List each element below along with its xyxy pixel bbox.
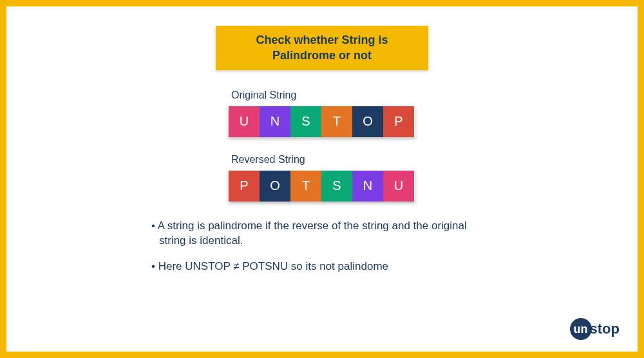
- original-cell-5: P: [383, 106, 414, 137]
- unstop-logo: un stop: [570, 318, 620, 340]
- diagram-frame: Check whether String is Palindrome or no…: [0, 0, 644, 358]
- logo-prefix: un: [570, 318, 592, 340]
- original-string-section: Original String UNSTOP: [229, 90, 415, 137]
- reversed-cell-4: N: [352, 171, 383, 202]
- bullet-1: • A string is palindrome if the reverse …: [151, 218, 493, 249]
- original-cell-4: O: [352, 106, 383, 137]
- reversed-cell-3: S: [321, 171, 352, 202]
- bullet-2: • Here UNSTOP ≠ POTSNU so its not palind…: [151, 259, 493, 274]
- explanation-bullets: • A string is palindrome if the reverse …: [151, 218, 493, 274]
- logo-suffix: stop: [590, 321, 620, 337]
- reversed-cells: POTSNU: [229, 171, 415, 202]
- reversed-string-label: Reversed String: [231, 154, 415, 165]
- original-cell-2: S: [290, 106, 321, 137]
- reversed-string-section: Reversed String POTSNU: [229, 154, 415, 202]
- original-cells: UNSTOP: [229, 106, 415, 137]
- reversed-cell-1: O: [260, 171, 290, 202]
- original-cell-3: T: [321, 106, 352, 137]
- original-cell-0: U: [229, 106, 260, 137]
- reversed-cell-2: T: [290, 171, 321, 202]
- original-cell-1: N: [260, 106, 290, 137]
- reversed-cell-5: U: [383, 171, 414, 202]
- title-box: Check whether String is Palindrome or no…: [216, 26, 428, 70]
- reversed-cell-0: P: [229, 171, 260, 202]
- original-string-label: Original String: [231, 90, 415, 101]
